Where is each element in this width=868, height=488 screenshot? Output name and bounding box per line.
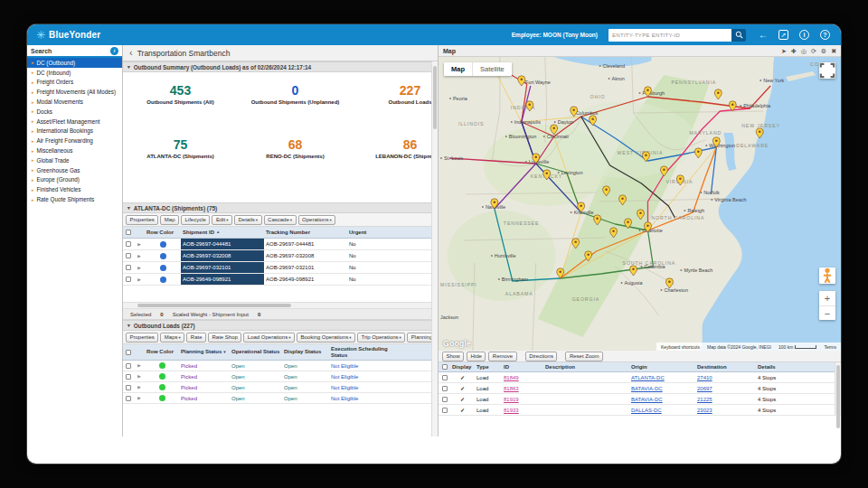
shipment-row[interactable]: ▶AOB-29697-032008AOB-29697-032008No [123,250,438,262]
back-chevron-icon[interactable]: ‹ [129,48,133,58]
row-checkbox[interactable] [126,265,131,270]
zoom-in-button[interactable]: + [819,291,835,305]
sidebar-item-finished-vehicles[interactable]: ▸Finished Vehicles [27,184,122,194]
atlanta-section-header[interactable]: ▾ ATLANTA-DC (Shipments) (75) [123,202,438,213]
sidebar-item-asset-fleet-management[interactable]: ▸Asset/Fleet Management [27,117,122,127]
destination-link[interactable]: 23023 [695,405,756,415]
tab-maps[interactable]: Maps▾ [160,333,184,343]
column-header-tracking-number[interactable]: Tracking Number [264,227,347,238]
row-checkbox[interactable] [442,375,448,380]
sidebar-item-global-trade[interactable]: ▸Global Trade [27,155,122,165]
tab-properties[interactable]: Properties [126,215,158,225]
expand-row-icon[interactable]: ▶ [137,242,140,247]
origin-link[interactable]: ATLANTA-DC [629,372,695,382]
tab-load-operations[interactable]: Load Operations▾ [243,333,295,343]
stat-value[interactable]: 75 [123,137,238,152]
row-checkbox[interactable] [442,386,448,391]
load-row[interactable]: ▶PickedOpenOpenNot Eligible [123,371,438,382]
map-toolbar-show[interactable]: Show [442,352,464,361]
select-all-checkbox[interactable] [123,227,134,238]
close-icon[interactable]: ✖ [831,48,836,54]
stat-value[interactable]: 227 [353,83,438,98]
refresh-icon[interactable]: ⟳ [811,48,816,54]
display-check-icon[interactable]: ✓ [450,405,475,415]
pan-icon[interactable]: ➤ [781,48,787,54]
column-header-display[interactable]: Display [450,362,475,371]
row-checkbox[interactable] [126,241,131,247]
destination-link[interactable]: 20697 [695,383,756,393]
stat-value[interactable]: 453 [123,83,238,98]
origin-link[interactable]: DALLAS-DC [629,405,695,415]
row-checkbox[interactable] [126,385,131,390]
column-header-urgent[interactable]: Urgent [347,227,378,238]
stat-value[interactable]: 68 [238,137,353,152]
info-icon[interactable]: i [799,30,809,40]
zoom-out-button[interactable]: − [819,305,835,320]
load-row[interactable]: ▶PickedOpenOpenNot Eligible [123,361,438,371]
load-id-link[interactable]: 81919 [502,394,543,404]
expand-row-icon[interactable]: ▶ [137,266,140,270]
map-canvas[interactable]: ILLINOISINDIANAOHIOPENNSYLVANIANEW JERSE… [439,57,841,351]
select-all-checkbox[interactable] [439,362,450,371]
crosshair-icon[interactable]: ✚ [791,48,797,54]
tab-map[interactable]: Map [160,215,179,225]
scrollbar-thumb[interactable] [137,304,291,307]
column-header-shipment-id[interactable]: Shipment ID▲ [181,227,264,238]
sidebar-item-docks[interactable]: ▸Docks [27,107,122,117]
sidebar-item-freight-movements-all-modes-[interactable]: ▸Freight Movements (All Modes) [27,87,122,97]
fullscreen-button[interactable] [819,62,835,79]
sidebar-item-dc-outbound-[interactable]: ▸DC (Outbound) [27,58,122,68]
tab-booking-operations[interactable]: Booking Operations▾ [297,333,355,343]
map-toolbar-reset-zoom[interactable]: Reset Zoom [565,352,603,361]
map-toolbar-directions[interactable]: Directions [525,352,558,361]
tab-details[interactable]: Details▾ [234,215,262,225]
shipment-id-cell[interactable]: AOB-29649-098921 [181,274,264,285]
expand-row-icon[interactable]: ▶ [137,277,140,282]
column-header-type[interactable]: Type [475,362,502,371]
sidebar-item-greenhouse-gas[interactable]: ▸Greenhouse Gas [27,165,122,175]
column-header-destination[interactable]: Destination [695,362,756,371]
sidebar-info-icon[interactable]: i [110,47,118,55]
map-toolbar-hide[interactable]: Hide [467,352,486,361]
column-header-details[interactable]: Details [756,362,794,371]
destination-link[interactable]: 27410 [695,372,756,382]
origin-link[interactable]: BATAVIA-DC [629,383,695,393]
sidebar-item-modal-movements[interactable]: ▸Modal Movements [27,97,122,107]
tab-lifecycle[interactable]: Lifecycle [181,215,210,225]
shipment-id-cell[interactable]: AOB-29697-032101 [181,262,264,273]
scrollbar-thumb[interactable] [836,365,840,428]
main-vscrollbar[interactable] [431,61,438,436]
terms-link[interactable]: Terms [824,344,836,350]
stat-value[interactable]: 0 [238,83,353,98]
scrollbar-thumb[interactable] [433,66,437,129]
tab-trip-operations[interactable]: Trip Operations▾ [357,333,405,343]
destination-link[interactable]: 21225 [695,394,756,404]
row-checkbox[interactable] [126,277,131,282]
map-type-map-button[interactable]: Map [444,62,472,76]
origin-link[interactable]: BATAVIA-DC [629,394,695,404]
tab-properties[interactable]: Properties [126,333,158,343]
expand-row-icon[interactable]: ▶ [137,385,140,389]
tab-cascade[interactable]: Cascade▾ [264,215,297,225]
row-checkbox[interactable] [442,408,448,413]
column-header-display-status[interactable]: Display Status [282,344,329,360]
sidebar-item-miscellaneous[interactable]: ▸Miscellaneous [27,145,122,155]
column-header-id[interactable]: ID [502,362,543,371]
sidebar-item-rate-quote-shipments[interactable]: ▸Rate Quote Shipments [27,194,122,204]
sidebar-item-europe-ground-[interactable]: ▸Europe (Ground) [27,175,122,185]
load-id-link[interactable]: 81933 [502,405,543,415]
display-check-icon[interactable]: ✓ [450,394,475,404]
expand-row-icon[interactable]: ▶ [137,254,140,258]
tab-operations[interactable]: Operations▾ [298,215,336,225]
row-checkbox[interactable] [442,397,448,402]
column-header-planning-status[interactable]: Planning Status▾ [179,344,230,360]
sidebar-item-international-bookings[interactable]: ▸International Bookings [27,127,122,136]
shipment-id-cell[interactable]: AOB-29697-044481 [181,239,264,249]
display-check-icon[interactable]: ✓ [450,383,475,393]
sidebar-item-freight-orders[interactable]: ▸Freight Orders [27,78,122,88]
tab-rate[interactable]: Rate [186,333,206,343]
map-image[interactable]: ILLINOISINDIANAOHIOPENNSYLVANIANEW JERSE… [439,57,841,351]
row-checkbox[interactable] [126,363,131,369]
map-type-satellite-button[interactable]: Satellite [472,62,512,76]
column-header-operational-status[interactable]: Operational Status [230,344,282,360]
